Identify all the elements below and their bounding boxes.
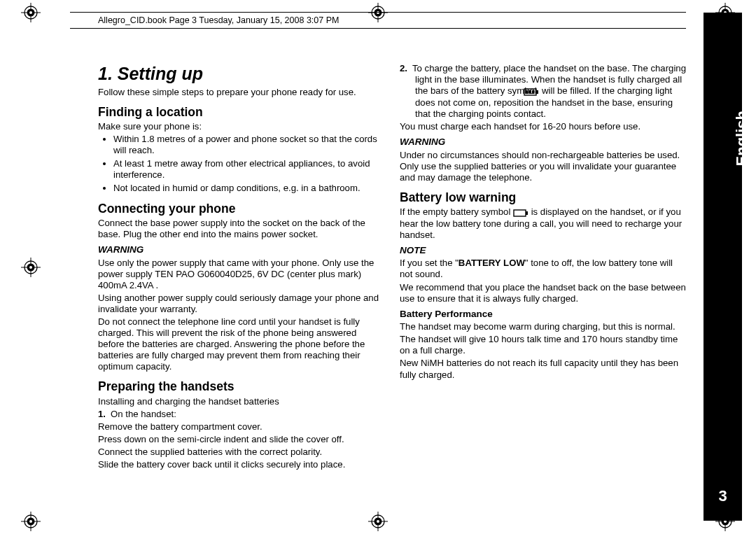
svg-point-3 [27,9,35,17]
finding-lead: Make sure your phone is: [98,121,384,132]
svg-point-13 [27,518,35,526]
svg-rect-41 [536,90,538,94]
svg-rect-44 [532,90,535,94]
svg-rect-45 [514,210,526,216]
step-text: On the handset: [111,409,176,419]
svg-point-0 [24,6,37,19]
crop-mark-mid-top [368,3,388,22]
svg-point-14 [29,520,32,523]
heading-preparing-handsets: Preparing the handsets [98,379,384,394]
document-body: 1. Setting up Follow these simple steps … [98,63,686,513]
note-label: NOTE [400,245,686,256]
side-language-label: English [733,111,751,166]
note-paragraph: We recommend that you place the handset … [400,282,686,304]
battery-low-paragraph: If the empty battery symbol is displayed… [400,206,686,241]
preparing-paragraph: Press down on the semi-circle indent and… [98,434,384,445]
finding-bullet: Within 1.8 metres of a power and phone s… [113,134,384,156]
svg-point-33 [374,9,382,17]
svg-point-23 [27,263,35,271]
side-language-tab: English 3 [704,13,742,521]
warning-label: WARNING [98,244,384,255]
svg-rect-43 [529,90,532,94]
preparing-paragraph: Remove the battery compartment cover. [98,421,384,433]
heading-connecting-phone: Connecting your phone [98,202,384,216]
svg-point-30 [372,6,384,19]
preparing-step: 1.On the handset: [98,409,384,420]
connecting-paragraph: Connect the base power supply into the s… [98,218,384,240]
battery-empty-icon [513,207,528,218]
svg-point-39 [377,520,379,523]
note-paragraph: If you set the "BATTERY LOW" tone to off… [400,258,686,280]
preparing-steps-2: 2.To charge the battery, place the hands… [400,63,686,120]
warning-paragraph: Under no circumstances should non-rechar… [400,150,686,183]
crop-mark-mid-bottom [368,512,388,531]
heading-battery-low: Battery low warning [400,190,686,205]
battery-performance-paragraph: The handset may become warm during charg… [400,321,686,332]
preparing-step: 2.To charge the battery, place the hands… [400,63,686,120]
text-part: If the empty battery symbol [400,206,513,217]
svg-point-4 [29,11,32,14]
crop-mark-mid-left [21,258,41,277]
preparing-paragraph: Connect the supplied batteries with the … [98,447,384,458]
running-head: Allegro_CID.book Page 3 Tuesday, January… [98,15,339,25]
warning-paragraph: Do not connect the telephone line cord u… [98,316,384,372]
heading-finding-location: Finding a location [98,105,384,120]
side-page-number: 3 [704,487,742,505]
battery-performance-paragraph: The handset will give 10 hours talk time… [400,334,686,356]
svg-rect-46 [526,211,528,215]
svg-point-38 [374,518,382,526]
crop-mark-top-left [21,3,41,22]
preparing-steps: 1.On the handset: [98,409,384,420]
heading-battery-performance: Battery Performance [400,309,686,320]
running-head-rule-top [70,12,686,13]
warning-paragraph: Use only the power supply that came with… [98,258,384,291]
crop-mark-bottom-left [21,512,41,531]
intro-paragraph: Follow these simple steps to prepare you… [98,87,384,98]
battery-performance-paragraph: New NiMH batteries do not reach its full… [400,358,686,380]
preparing-lead: Installing and charging the handset batt… [98,396,384,407]
finding-bullet-list: Within 1.8 metres of a power and phone s… [98,134,384,194]
finding-bullet: Not located in humid or damp conditions,… [113,183,384,194]
svg-point-10 [24,515,37,528]
preparing-after: You must charge each handset for 16-20 h… [400,121,686,132]
battery-low-setting-name: BATTERY LOW [458,258,525,268]
finding-bullet: At least 1 metre away from other electri… [113,158,384,181]
running-head-rule-bottom [70,28,686,29]
text-part: If you set the " [400,258,458,268]
chapter-title: 1. Setting up [98,63,384,85]
svg-point-20 [24,261,37,274]
warning-paragraph: Using another power supply could serious… [98,293,384,315]
svg-point-35 [372,515,384,528]
preparing-paragraph: Slide the battery cover back until it cl… [98,459,384,470]
svg-point-24 [29,266,32,269]
svg-rect-42 [526,90,528,94]
warning-label: WARNING [400,136,686,148]
